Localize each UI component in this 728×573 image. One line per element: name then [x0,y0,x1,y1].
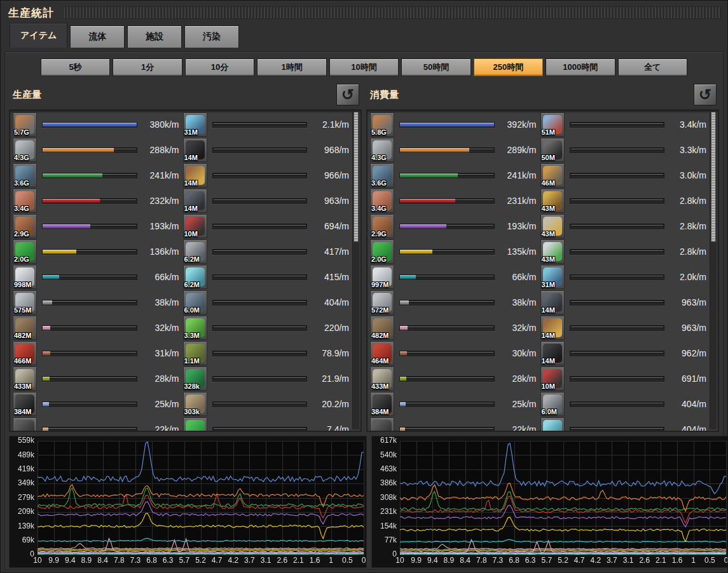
rate-bar [42,325,137,331]
copper-plate-icon[interactable]: 3.4G [370,189,394,213]
iron-stick-icon[interactable]: 575M [13,290,37,314]
underground-belt-item-icon[interactable]: 43M [540,214,565,238]
red-ammo-item-icon[interactable]: 10M [540,367,565,391]
teal-sparkle-item-icon[interactable]: 6.2M [183,265,207,289]
rate-bar [42,300,137,306]
dark-machine-item-icon[interactable]: 14M [183,189,207,213]
yellow-dot-item-icon[interactable]: 14M [183,163,207,187]
green-bits-item-icon[interactable]: 3.3M [183,316,207,340]
dark-machine-item-icon[interactable]: 14M [540,290,565,314]
rate-bar-fill [400,326,408,330]
rate-bar-fill [43,300,52,305]
time-button-4[interactable]: 10時間 [329,58,399,76]
rate-value: 392k/m [500,119,537,130]
inserter-item-icon[interactable]: 43M [540,189,565,213]
engine-machine-item-icon[interactable]: 6.0M [183,290,207,314]
rate-bar-fill [43,377,50,381]
copper-cable-icon[interactable]: 5.8G [370,112,394,137]
tab-2[interactable]: 施設 [127,25,182,48]
copper-plate-icon[interactable]: 3.4G [13,189,37,213]
stat-entry: 43M2.8k/m [539,239,710,264]
swirl-item-icon[interactable]: 51M [540,112,565,137]
coal-icon[interactable]: 384M [370,392,394,416]
tan-machine-item-icon[interactable]: 303k [183,392,207,416]
blue-orbs-item-icon[interactable]: 31M [183,112,207,137]
teal-sparkle-item-icon[interactable] [540,417,565,432]
time-button-6[interactable]: 250時間 [474,58,543,76]
stat-entry: 3.6G241k/m [369,163,539,188]
stone-brick-icon[interactable] [13,417,37,432]
item-count: 328k [184,382,200,390]
stat-entry: 2.9G193k/m [11,213,182,239]
time-button-7[interactable]: 1000時間 [546,58,615,76]
time-button-1[interactable]: 1分 [113,58,182,76]
electronic-circuit-icon[interactable]: 2.0G [370,239,394,264]
time-button-3[interactable]: 1時間 [257,58,326,76]
rate-value: 231k/m [500,196,537,206]
red-ammo-item-icon[interactable]: 10M [183,214,207,238]
stat-entry: 10M694/m [182,213,352,239]
dark-pot-item-icon[interactable]: 14M [540,341,565,365]
stat-entry: 2.0G136k/m [11,239,182,264]
iron-stick-icon[interactable]: 572M [370,290,394,314]
stat-row: 466M31k/m1.1M78.9/m [11,340,352,366]
green-rock-item-icon[interactable]: 328k [183,367,207,391]
stat-entry: 31M2.0k/m [539,264,710,290]
blue-orbs-item-icon[interactable]: 31M [540,265,565,289]
steel-plate-icon[interactable]: 997M [370,265,394,289]
rail-icon[interactable]: 433M [13,367,37,391]
scrollbar-thumb[interactable] [354,112,359,242]
yellow-dot-item-icon[interactable]: 14M [540,316,565,340]
moss-mound-item-icon[interactable]: 1.1M [183,341,207,365]
advanced-circuit-icon[interactable]: 466M [13,341,37,365]
tab-1[interactable]: 流体 [70,25,125,48]
rate-bar-fill [400,224,446,229]
iron-plate-icon[interactable]: 4.3G [13,138,37,162]
stat-entry: 10M691/m [539,366,710,391]
stat-panels: 生産量↺5.7G380k/m31M2.1k/m4.3G288k/m14M968/… [9,81,719,432]
item-count: 482M [371,332,389,339]
gray-grid-item-icon[interactable]: 6.0M [540,392,565,416]
iron-ore-icon[interactable]: 3.6G [370,163,394,187]
tab-0[interactable]: アイテム [10,23,67,48]
time-button-5[interactable]: 50時間 [401,58,470,76]
stone-icon[interactable]: 482M [370,316,394,340]
splitter-item-icon[interactable]: 43M [540,239,565,264]
rate-value: 966/m [312,170,349,180]
time-button-2[interactable]: 10分 [185,58,254,76]
rate-value: 241k/m [500,170,537,180]
stone-icon[interactable]: 482M [13,316,37,340]
gray-grid-item-icon[interactable]: 6.2M [183,239,207,264]
time-button-8[interactable]: 全て [618,58,687,76]
stat-row: 5.7G380k/m31M2.1k/m [11,112,352,137]
copper-cable-icon[interactable]: 5.7G [13,112,37,137]
iron-ore-icon[interactable]: 3.6G [13,163,37,187]
reset-statistics-button[interactable]: ↺ [336,84,359,105]
copper-ore-icon[interactable]: 2.9G [13,214,37,238]
coal-icon[interactable]: 384M [13,392,37,416]
stat-entry: 6.2M417/m [182,239,352,264]
green-capsule-item-icon[interactable] [183,417,207,432]
rate-value: 963/m [670,323,706,333]
rate-bar-fill [400,148,469,152]
window-drag-area[interactable] [63,6,721,19]
production-rate-graph [9,436,367,568]
rail-icon[interactable]: 433M [370,367,394,391]
scrollbar-thumb[interactable] [711,112,716,242]
rate-bar [42,249,137,255]
orange-capsule-item-icon[interactable]: 46M [540,163,565,187]
item-count: 1.1M [184,357,200,365]
time-button-0[interactable]: 5秒 [41,58,110,76]
stone-brick-icon[interactable] [370,417,394,432]
item-count: 303k [184,408,200,415]
dark-engine-item-icon[interactable]: 50M [540,138,565,162]
steel-plate-icon[interactable]: 998M [13,265,37,289]
dark-pot-item-icon[interactable]: 14M [183,138,207,162]
electronic-circuit-icon[interactable]: 2.0G [13,239,37,264]
advanced-circuit-icon[interactable]: 464M [370,341,394,365]
stat-entry: 4.3G289k/m [369,137,539,163]
reset-statistics-button[interactable]: ↺ [694,84,717,105]
iron-plate-icon[interactable]: 4.3G [370,138,394,162]
tab-3[interactable]: 汚染 [184,25,239,48]
copper-ore-icon[interactable]: 2.9G [370,214,394,238]
